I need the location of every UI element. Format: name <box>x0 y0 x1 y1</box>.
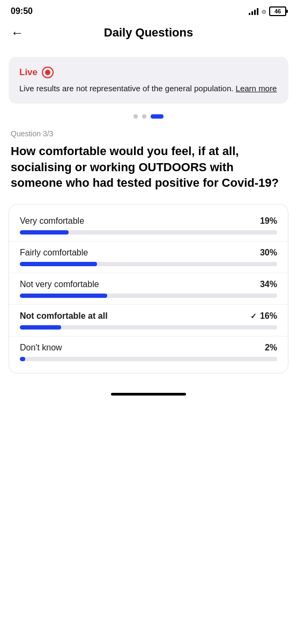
result-item: Don't know2% <box>9 336 288 368</box>
result-item: Fairly comfortable30% <box>9 241 288 273</box>
results-card: Very comfortable19%Fairly comfortable30%… <box>9 204 288 374</box>
signal-icon <box>249 8 258 15</box>
result-label: Fairly comfortable <box>20 248 88 258</box>
bar-track <box>20 230 277 235</box>
question-text: How comfortable would you feel, if at al… <box>11 143 286 191</box>
page-title: Daily Questions <box>104 26 193 40</box>
battery-icon: 46 <box>269 6 286 16</box>
result-label: Not comfortable at all <box>20 311 108 321</box>
status-bar: 09:50 ⌾ 46 <box>0 0 297 20</box>
bar-fill <box>20 294 107 298</box>
nav-header: ← Daily Questions <box>0 20 297 48</box>
result-label: Not very comfortable <box>20 280 99 289</box>
pagination-dot-2[interactable] <box>142 114 146 119</box>
pagination-dot-3[interactable] <box>151 114 164 119</box>
status-time: 09:50 <box>11 6 33 16</box>
result-label: Very comfortable <box>20 216 84 226</box>
live-dot-inner <box>45 70 50 75</box>
result-percent: 19% <box>260 216 277 226</box>
result-label: Don't know <box>20 343 62 353</box>
bar-fill <box>20 230 69 235</box>
bar-track <box>20 294 277 298</box>
bar-track <box>20 262 277 266</box>
pagination-dot-1[interactable] <box>133 114 138 119</box>
pagination <box>0 114 297 119</box>
question-label: Question 3/3 <box>11 129 286 138</box>
bar-track <box>20 357 277 361</box>
bar-fill <box>20 262 97 266</box>
result-item: Very comfortable19% <box>9 210 288 241</box>
result-percent: 34% <box>260 280 277 289</box>
learn-more-link[interactable]: Learn more <box>236 84 277 93</box>
result-item: Not very comfortable34% <box>9 273 288 305</box>
question-highlight: OUTDOORS <box>138 160 206 174</box>
check-icon: ✓ <box>250 312 257 320</box>
bar-fill <box>20 325 61 330</box>
live-banner: Live Live results are not representative… <box>9 57 288 104</box>
live-label: Live <box>19 67 278 78</box>
result-percent: 2% <box>265 343 277 353</box>
result-percent: 30% <box>260 248 277 258</box>
wifi-icon: ⌾ <box>262 7 266 16</box>
bar-fill <box>20 357 25 361</box>
live-dot-icon <box>42 67 54 78</box>
home-bar <box>111 393 186 396</box>
live-text: Live <box>19 67 38 78</box>
bar-track <box>20 325 277 330</box>
live-description: Live results are not representative of t… <box>19 83 278 94</box>
result-item: Not comfortable at all✓16% <box>9 305 288 336</box>
question-section: Question 3/3 How comfortable would you f… <box>0 123 297 191</box>
back-button[interactable]: ← <box>11 25 24 40</box>
result-percent: ✓16% <box>250 311 277 321</box>
home-indicator <box>0 384 297 402</box>
status-icons: ⌾ 46 <box>249 6 286 16</box>
